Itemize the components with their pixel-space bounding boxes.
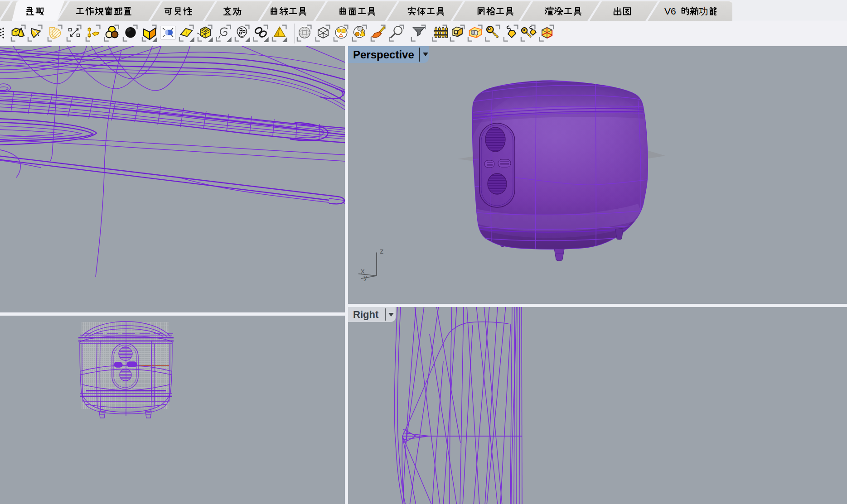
svg-text:y: y [363, 273, 368, 282]
svg-text:z: z [380, 247, 384, 255]
